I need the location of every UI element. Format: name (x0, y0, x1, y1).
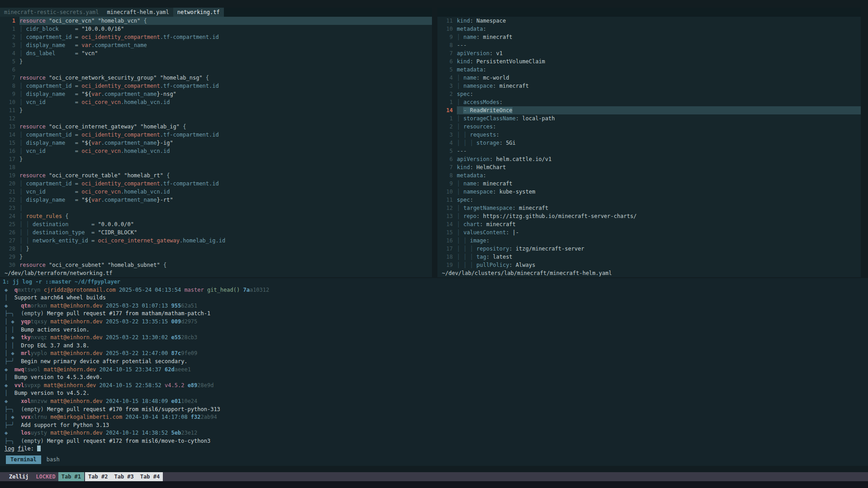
code-line[interactable]: 17} (0, 155, 432, 163)
code-line[interactable]: 22│ display_name = "${var.compartment_na… (0, 196, 432, 204)
code-line[interactable]: 28│ } (0, 245, 432, 253)
code-line[interactable]: 6apiVersion: helm.cattle.io/v1 (437, 155, 861, 163)
code-line[interactable]: 1resource "oci_core_vcn" "homelab_vcn" { (0, 17, 432, 25)
code-line[interactable]: 4│ │ │ storage: 5Gi (437, 139, 861, 147)
code-line[interactable]: 18 (0, 163, 432, 171)
code-line[interactable]: 6kind: PersistentVolumeClaim (437, 57, 861, 66)
terminal-tab-bash[interactable]: bash (47, 456, 60, 463)
code-line[interactable]: 18│ │ │ tag: latest (437, 253, 861, 261)
code-line[interactable]: 19resource "oci_core_route_table" "homel… (0, 171, 432, 180)
code-line[interactable]: 7apiVersion: v1 (437, 49, 861, 57)
code-line[interactable]: 27│ │ network_entity_id = oci_core_inter… (0, 237, 432, 245)
code-line-content: │ │ │ repository: itzg/minecraft-server (457, 245, 861, 253)
zellij-tab-4[interactable]: Tab #4 (137, 472, 163, 481)
code-line[interactable]: 4│ name: mc-world (437, 74, 861, 82)
code-line[interactable]: 12 (0, 114, 432, 123)
code-line[interactable]: 8metadata: (437, 171, 861, 180)
code-segment: "oci_core_network_security_group" "homel… (49, 75, 203, 81)
zellij-tabs: Tab #1 Tab #2 Tab #3 Tab #4 (58, 472, 163, 481)
code-segment: kube-system (499, 189, 535, 195)
code-line[interactable]: 23│ (0, 204, 432, 212)
code-line[interactable]: 3│ namespace: minecraft (437, 82, 861, 90)
code-area-yaml[interactable]: 11kind: Namespace10metadata:9│ name: min… (437, 17, 861, 269)
editor-pane-yaml[interactable]: 11kind: Namespace10metadata:9│ name: min… (437, 8, 861, 277)
code-line[interactable]: 2│ resources: (437, 123, 861, 131)
zellij-tab-2[interactable]: Tab #2 (85, 472, 111, 481)
code-line[interactable]: 10metadata: (437, 25, 861, 33)
code-line[interactable]: 14│ - ReadWriteOnce (437, 106, 861, 114)
code-segment: fi (18, 445, 24, 452)
code-segment: │ │ (5, 327, 21, 333)
code-line[interactable]: 11kind: Namespace (437, 17, 861, 25)
code-line[interactable]: 16│ vcn_id = oci_core_vcn.homelab_vcn.id (0, 147, 432, 155)
code-line[interactable]: 17│ │ │ repository: itzg/minecraft-serve… (437, 245, 861, 253)
terminal-tab-active[interactable]: Terminal (6, 455, 41, 464)
code-line[interactable]: 11spec: (437, 196, 861, 204)
code-line[interactable]: 12│ targetNamespace: minecraft (437, 204, 861, 212)
code-line[interactable]: 9│ name: minecraft (437, 33, 861, 41)
code-line[interactable]: 10│ namespace: kube-system (437, 188, 861, 196)
code-line[interactable]: 14│ compartment_id = oci_identity_compar… (0, 131, 432, 139)
code-line[interactable]: 6 (0, 66, 432, 74)
code-line[interactable]: 9│ name: minecraft (437, 180, 861, 188)
code-line[interactable]: 5--- (437, 147, 861, 155)
code-line[interactable]: 3│ │ requests: (437, 131, 861, 139)
code-line[interactable]: 8│ compartment_id = oci_identity_compart… (0, 82, 432, 90)
zellij-tab-3[interactable]: Tab #3 (111, 472, 137, 481)
code-line[interactable]: 1│ storageClassName: local-path (437, 114, 861, 123)
code-segment: : (499, 99, 503, 105)
code-segment: │ (457, 99, 463, 105)
code-line[interactable]: 30resource "oci_core_subnet" "homelab_su… (0, 261, 432, 269)
code-segment: │ (457, 75, 463, 81)
code-line[interactable]: 7resource "oci_core_network_security_gro… (0, 74, 432, 82)
code-line[interactable]: 4│ dns_label = "vcn" (0, 49, 432, 57)
code-line[interactable]: 13resource "oci_core_internet_gateway" "… (0, 123, 432, 131)
buffer-tab-minecraft-helm[interactable]: minecraft-helm.yaml (103, 8, 173, 17)
code-line[interactable]: 11} (0, 106, 432, 114)
code-segment: 2024-10-15 18:48:09 (106, 398, 171, 404)
code-area-terraform[interactable]: 1resource "oci_core_vcn" "homelab_vcn" {… (0, 17, 432, 269)
code-line-content: │ resources: (457, 123, 861, 131)
terminal-prompt[interactable]: log file: (0, 445, 868, 453)
code-segment: : (496, 132, 499, 138)
code-segment: vcn_id (26, 189, 45, 195)
code-line[interactable]: 5metadata: (437, 66, 861, 74)
code-line[interactable]: 5} (0, 57, 432, 66)
code-segment: : (509, 262, 516, 268)
code-line[interactable]: 19│ │ │ pullPolicy: Always (437, 261, 861, 269)
buffer-tab-networking[interactable]: networking.tf (173, 8, 224, 17)
code-segment: │ ◆ (5, 318, 21, 325)
code-line[interactable]: 1│ accessModes: (437, 98, 861, 106)
code-line[interactable]: 13│ repo: https://itzg.github.io/minecra… (437, 212, 861, 220)
code-line[interactable]: 24│ route_rules { (0, 212, 432, 220)
code-line[interactable]: 20│ compartment_id = oci_identity_compar… (0, 180, 432, 188)
code-segment: │ (19, 246, 26, 252)
terminal-pane[interactable]: 1: jj log -r ::master ~/d/ffpyplayer ◆ q… (0, 278, 868, 466)
code-line[interactable]: 3│ display_name = var.compartment_name (0, 41, 432, 49)
code-line[interactable]: 25│ │ destination = "0.0.0.0/0" (0, 220, 432, 228)
code-line[interactable]: 10│ vcn_id = oci_core_vcn.homelab_vcn.id (0, 98, 432, 106)
code-line[interactable]: 14│ chart: minecraft (437, 220, 861, 228)
code-segment: Drop EOL 3.7 and 3.8. (21, 342, 90, 349)
code-segment: oci_core_vcn (81, 99, 121, 105)
code-segment: --- (457, 148, 467, 154)
code-line[interactable]: 7kind: HelmChart (437, 163, 861, 171)
code-line[interactable]: 2spec: (437, 90, 861, 98)
code-segment: git_head() (207, 287, 243, 293)
code-line[interactable]: 21│ vcn_id = oci_core_vcn.homelab_vcn.id (0, 188, 432, 196)
code-segment: 28e9d (197, 382, 213, 389)
zellij-tab-1[interactable]: Tab #1 (58, 472, 84, 481)
buffer-tab-restic-secrets[interactable]: minecraft-restic-secrets.yaml (0, 8, 103, 17)
code-line[interactable]: 26│ │ destination_type = "CIDR_BLOCK" (0, 228, 432, 237)
code-segment: : (476, 180, 483, 187)
code-line[interactable]: 29} (0, 253, 432, 261)
code-line[interactable]: 16│ │ image: (437, 237, 861, 245)
editor-pane-terraform[interactable]: minecraft-restic-secrets.yaml minecraft-… (0, 8, 432, 277)
code-line[interactable]: 15│ valuesContent: |- (437, 228, 861, 237)
code-line[interactable]: 8--- (437, 41, 861, 49)
code-line[interactable]: 9│ display_name = "${var.compartment_nam… (0, 90, 432, 98)
code-line[interactable]: 2│ compartment_id = oci_identity_compart… (0, 33, 432, 41)
code-segment: minecraft (519, 205, 548, 211)
code-line[interactable]: 1│ cidr_block = "10.0.0.0/16" (0, 25, 432, 33)
code-line[interactable]: 15│ display_name = "${var.compartment_na… (0, 139, 432, 147)
